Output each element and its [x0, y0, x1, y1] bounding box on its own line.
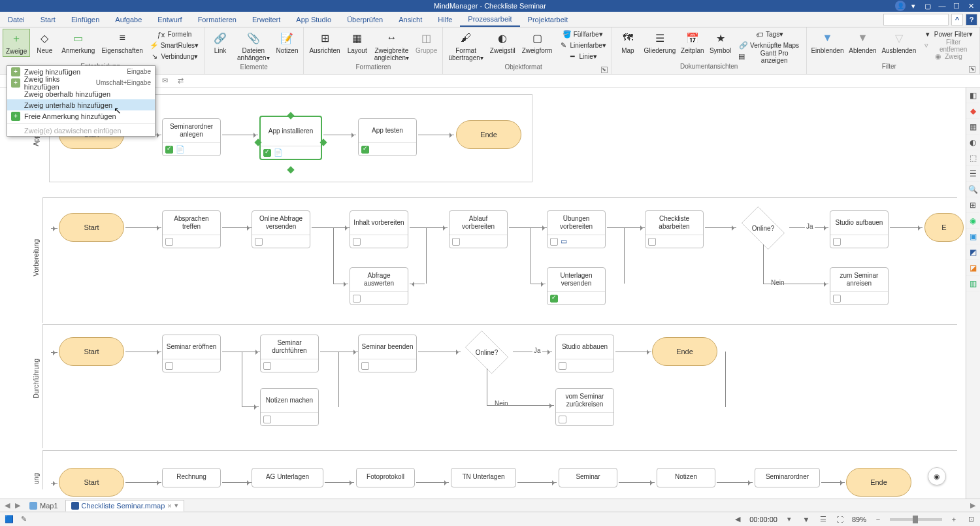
layout-button[interactable]: ▦Layout: [344, 29, 370, 56]
node-ende-app[interactable]: Ende: [456, 120, 521, 149]
filter-launcher[interactable]: ⬊: [969, 66, 975, 73]
menu-tab-icon[interactable]: ▾: [174, 501, 178, 510]
tab-formatieren[interactable]: Formatieren: [190, 12, 244, 27]
tab-ueberpruefen[interactable]: Überprüfen: [339, 12, 391, 27]
node-vom-seminar[interactable]: vom Seminar zurückreisen: [555, 388, 614, 426]
tab-scroll-right[interactable]: ▶: [968, 501, 977, 510]
maximize-icon[interactable]: ☐: [950, 1, 963, 11]
rt-icon-4[interactable]: ◐: [966, 135, 979, 150]
minimize-icon[interactable]: —: [936, 1, 949, 11]
node-seminarordner-nach[interactable]: Seminarordner: [755, 468, 820, 487]
node-app-testen[interactable]: App testen: [358, 118, 417, 156]
restore-icon[interactable]: ▢: [921, 1, 934, 11]
zeitplan-button[interactable]: 📅Zeitplan: [679, 29, 706, 56]
dd-zweig-oberhalb[interactable]: Zweig oberhalb hinzufügen: [7, 88, 155, 99]
tab-erweitert[interactable]: Erweitert: [244, 12, 288, 27]
zoom-slider[interactable]: [890, 518, 942, 521]
close-icon[interactable]: ✕: [964, 1, 977, 11]
node-start-vorb[interactable]: Start: [59, 213, 124, 242]
rt-icon-5[interactable]: ⬚: [966, 150, 979, 166]
help-icon[interactable]: ?: [966, 14, 977, 25]
rt-icon-1[interactable]: ◧: [966, 88, 979, 103]
node-ende-durch[interactable]: Ende: [652, 337, 717, 366]
doc-tab-map1[interactable]: Map1: [24, 500, 64, 512]
view-icon[interactable]: ☰: [818, 514, 828, 525]
node-seminarordner[interactable]: Seminarordner anlegen 📄: [162, 118, 221, 156]
tab-prozessarbeit[interactable]: Prozessarbeit: [460, 12, 519, 27]
ausblenden-button[interactable]: ▽Ausblenden: [880, 29, 918, 56]
fuellfarbe-button[interactable]: 🪣Füllfarbe▾: [556, 29, 608, 40]
node-uebungen[interactable]: Übungen vorbereiten ▭: [547, 210, 606, 248]
node-ag-unterlagen[interactable]: AG Unterlagen: [252, 468, 323, 487]
dd-zweig-links[interactable]: +Zweig links hinzufügen Umschalt+Eingabe: [7, 77, 155, 88]
tab-appstudio[interactable]: App Studio: [288, 12, 339, 27]
sb-icon-1[interactable]: 🟦: [4, 514, 14, 525]
einblenden-button[interactable]: ▼Einblenden: [809, 29, 846, 56]
node-zum-seminar[interactable]: zum Seminar anreisen: [830, 267, 889, 305]
link-button[interactable]: 🔗Link: [207, 29, 233, 56]
node-app-installieren[interactable]: App installieren 📄: [259, 116, 322, 160]
node-notizen-machen[interactable]: Notizen machen: [260, 388, 319, 426]
timer-prev-icon[interactable]: ◀: [732, 514, 743, 525]
fit-icon[interactable]: ⊡: [966, 514, 976, 525]
formeln-button[interactable]: ƒxFormeln: [147, 29, 201, 40]
ausrichten-button[interactable]: ⊞Ausrichten: [306, 29, 342, 56]
node-seminar-beenden[interactable]: Seminar beenden: [358, 335, 417, 372]
node-online-abfrage[interactable]: Online Abfrage versenden: [252, 210, 310, 248]
rt-icon-13[interactable]: ▥: [966, 276, 979, 291]
symbol-button[interactable]: ★Symbol: [708, 29, 734, 56]
close-tab-icon[interactable]: ×: [167, 502, 171, 510]
tab-projektarbeit[interactable]: Projektarbeit: [520, 12, 576, 27]
rt-icon-9[interactable]: ◉: [966, 213, 979, 229]
tab-datei[interactable]: Datei: [0, 12, 33, 27]
linie-button[interactable]: ━Linie▾: [556, 51, 608, 62]
neue-button[interactable]: ◇ Neue: [31, 29, 57, 56]
timer-menu-icon[interactable]: ▾: [784, 514, 794, 525]
tab-ansicht[interactable]: Ansicht: [391, 12, 430, 27]
node-ablauf[interactable]: Ablauf vorbereiten: [449, 210, 508, 248]
mail-icon[interactable]: ✉: [159, 76, 170, 86]
node-online-decision-1[interactable]: Online?: [737, 212, 789, 244]
zoom-out-icon[interactable]: −: [873, 514, 883, 525]
node-notizen-nach[interactable]: Notizen: [657, 468, 715, 487]
rt-icon-3[interactable]: ▦: [966, 119, 979, 135]
dd-zweig-unterhalb[interactable]: Zweig unterhalb hinzufügen: [7, 99, 155, 110]
verbindung-button[interactable]: ↘Verbindung▾: [147, 51, 201, 62]
doc-tab-checkliste[interactable]: Checkliste Seminar.mmap×▾: [65, 500, 184, 512]
node-start-nach[interactable]: Start: [59, 468, 124, 497]
node-tn-unterlagen[interactable]: TN Unterlagen: [451, 468, 516, 487]
up-icon[interactable]: ▾: [907, 1, 920, 11]
node-abfrage-auswerten[interactable]: Abfrage auswerten: [350, 267, 408, 305]
node-online-decision-2[interactable]: Online?: [461, 336, 513, 369]
user-icon[interactable]: 👤: [895, 1, 906, 11]
node-fotoprotokoll[interactable]: Fotoprotokoll: [356, 468, 415, 487]
flowchart-canvas[interactable]: App Start Seminarordner anlegen 📄 App in…: [0, 88, 966, 499]
anmerkung-button[interactable]: ▭ Anmerkung: [59, 29, 97, 56]
linienfarbe-button[interactable]: ✎Linienfarbe▾: [556, 40, 608, 51]
location-marker-icon[interactable]: ◉: [928, 467, 946, 485]
tab-prev[interactable]: ◀: [3, 501, 12, 510]
zweigbreite-button[interactable]: ↔Zweigbreiteangleichen▾: [372, 29, 412, 63]
node-ende-nach[interactable]: Ende: [846, 468, 911, 497]
node-studio-aufbauen[interactable]: Studio aufbauen: [830, 210, 889, 248]
tags-button[interactable]: 🏷Tags▾: [735, 29, 804, 40]
gantt-button[interactable]: ▤Gantt Pro anzeigen: [735, 51, 804, 62]
rt-icon-7[interactable]: 🔍: [966, 182, 979, 197]
node-inhalt[interactable]: Inhalt vorbereiten: [350, 210, 408, 248]
node-checkliste[interactable]: Checkliste abarbeiten: [645, 210, 704, 248]
ablenden-button[interactable]: ▼Ablenden: [847, 29, 878, 56]
node-absprachen[interactable]: Absprachen treffen: [162, 210, 221, 248]
rt-icon-2[interactable]: ◆: [966, 103, 979, 119]
smartrules-button[interactable]: ⚡SmartRules▾: [147, 40, 201, 51]
node-seminar-eroeffnen[interactable]: Seminar eröffnen: [162, 335, 221, 372]
dd-freie-anmerkung[interactable]: +Freie Anmerkung hinzufügen: [7, 110, 155, 122]
search-input[interactable]: [883, 14, 949, 25]
collapse-ribbon-icon[interactable]: ^: [951, 14, 963, 25]
tab-aufgabe[interactable]: Aufgabe: [107, 12, 150, 27]
tab-entwurf[interactable]: Entwurf: [150, 12, 189, 27]
node-seminar-nach[interactable]: Seminar: [559, 468, 617, 487]
rt-icon-10[interactable]: ▣: [966, 229, 979, 244]
gliederung-button[interactable]: ☰Gliederung: [642, 29, 678, 56]
zweigstil-button[interactable]: ◐Zweigstil: [487, 29, 518, 56]
tab-hilfe[interactable]: Hilfe: [430, 12, 460, 27]
